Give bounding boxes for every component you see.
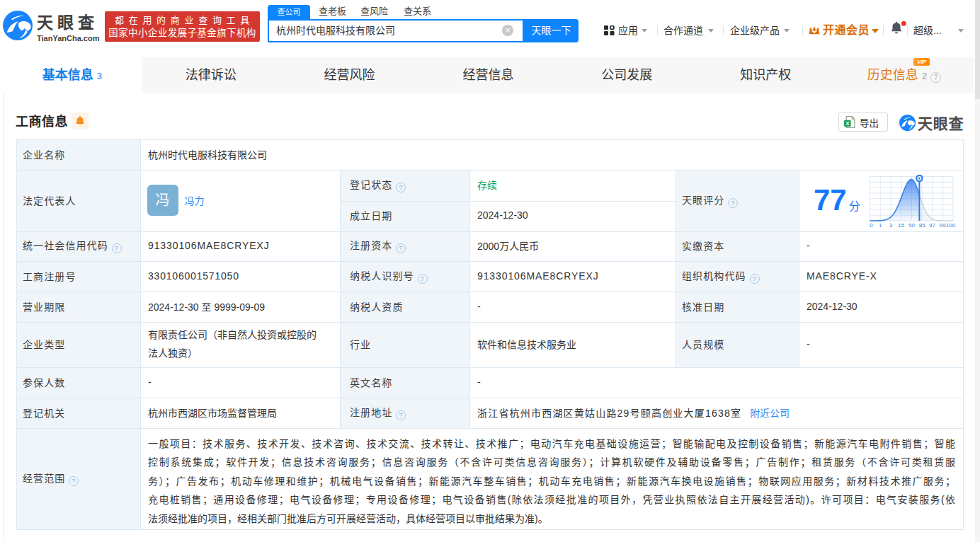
- svg-text:99: 99: [940, 222, 946, 229]
- svg-text:100: 100: [946, 222, 956, 229]
- svg-text:15: 15: [898, 222, 904, 229]
- svg-text:3: 3: [889, 222, 893, 229]
- svg-text:X: X: [845, 120, 850, 127]
- svg-text:50: 50: [908, 222, 915, 229]
- svg-text:97: 97: [929, 222, 935, 229]
- svg-text:0: 0: [870, 222, 873, 229]
- svg-text:1: 1: [879, 222, 882, 229]
- svg-text:85: 85: [919, 222, 925, 229]
